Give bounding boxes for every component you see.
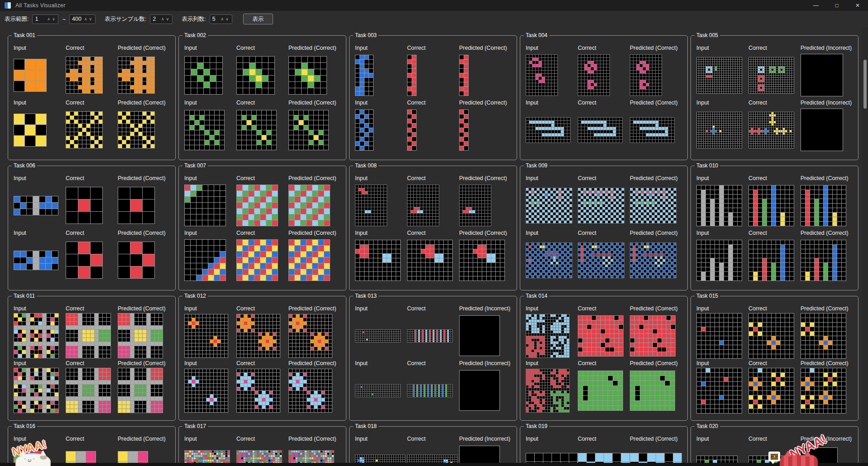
grid-label: Correct bbox=[748, 45, 801, 52]
spin-up-icon[interactable]: ∧ bbox=[160, 17, 165, 21]
spin-up-icon[interactable]: ∧ bbox=[46, 17, 51, 21]
sample-row: InputCorrectPredicted (Correct) bbox=[526, 100, 685, 152]
grid-label: Predicted (Incorrect) bbox=[801, 100, 853, 107]
minimize-button[interactable]: — bbox=[806, 0, 826, 11]
grid-wrap bbox=[288, 183, 340, 228]
task-grid bbox=[66, 187, 103, 224]
scrollbar-thumb[interactable] bbox=[863, 60, 867, 109]
grid-label: Predicted (Correct) bbox=[801, 305, 853, 313]
task-grid bbox=[630, 188, 676, 223]
task-grid bbox=[748, 313, 794, 359]
samples-input[interactable]: 2 ∧ ∨ bbox=[150, 14, 173, 24]
task-grid bbox=[696, 112, 742, 148]
grid-wrap bbox=[459, 238, 511, 283]
columns-input[interactable]: 5 ∧ ∨ bbox=[210, 14, 232, 24]
task-grid bbox=[288, 185, 330, 226]
grid-column: Input bbox=[14, 230, 66, 283]
grid-label: Input bbox=[355, 230, 407, 238]
grid-column: Predicted (Correct) bbox=[630, 175, 682, 228]
grid-wrap bbox=[288, 313, 340, 358]
grid-column: Input bbox=[355, 100, 407, 152]
grid-label: Correct bbox=[407, 45, 459, 52]
grid-label: Correct bbox=[407, 360, 459, 368]
task-panel: Task 007InputCorrectPredicted (Correct)I… bbox=[178, 166, 346, 290]
grid-column: Predicted (Incorrect) bbox=[459, 360, 511, 413]
task-grid bbox=[526, 314, 570, 358]
grid-label: Predicted (Correct) bbox=[118, 305, 170, 313]
grid-label: Input bbox=[14, 175, 66, 183]
spin-up-icon[interactable]: ∧ bbox=[220, 17, 225, 21]
task-grid bbox=[459, 315, 500, 356]
grid-column: Predicted (Correct) bbox=[801, 175, 853, 228]
grid-label: Correct bbox=[66, 230, 118, 238]
spin-down-icon[interactable]: ∨ bbox=[51, 17, 56, 21]
spin-down-icon[interactable]: ∨ bbox=[225, 17, 230, 21]
task-grid bbox=[288, 369, 332, 413]
grid-column: Input bbox=[184, 100, 236, 152]
sample-row: InputCorrectPredicted (Incorrect) bbox=[696, 45, 855, 98]
close-button[interactable]: ✕ bbox=[847, 0, 868, 11]
grid-column: Input bbox=[526, 360, 578, 413]
grid-wrap bbox=[630, 52, 682, 98]
grid-label: Predicted (Correct) bbox=[801, 360, 853, 368]
task-grid bbox=[578, 243, 624, 278]
task-grid bbox=[407, 109, 417, 151]
grid-wrap bbox=[288, 107, 340, 152]
sample-row: InputCorrectPredicted (Correct) bbox=[184, 305, 343, 358]
grid-column: Input bbox=[14, 305, 66, 358]
task-grid bbox=[184, 185, 226, 226]
range-to-input[interactable]: 400 ∧ ∨ bbox=[69, 14, 96, 24]
spin-down-icon[interactable]: ∨ bbox=[165, 17, 170, 21]
sample-row: InputCorrectPredicted (Correct) bbox=[14, 175, 173, 228]
grid-column: Input bbox=[14, 175, 66, 228]
grid-wrap bbox=[748, 368, 801, 413]
grid-column: Correct bbox=[236, 436, 288, 466]
grid-wrap bbox=[578, 52, 630, 98]
task-grid bbox=[184, 56, 223, 95]
grid-wrap bbox=[526, 183, 578, 228]
grid-wrap bbox=[459, 107, 511, 152]
app-icon bbox=[4, 2, 11, 9]
task-grid bbox=[801, 313, 846, 359]
task-panel: Task 013InputCorrectPredicted (Incorrect… bbox=[349, 296, 517, 421]
sample-row: InputCorrectPredicted (Correct) bbox=[526, 175, 685, 228]
grid-label: Predicted (Correct) bbox=[288, 436, 340, 443]
task-grid bbox=[355, 329, 401, 342]
task-grid bbox=[630, 243, 676, 278]
range-from-input[interactable]: 1 ∧ ∨ bbox=[32, 14, 58, 24]
task-grid bbox=[14, 313, 59, 358]
grid-column: Predicted (Correct) bbox=[288, 305, 340, 358]
task-grid bbox=[748, 368, 794, 414]
grid-column: Correct bbox=[578, 436, 630, 466]
task-grid bbox=[118, 368, 163, 413]
spin-down-icon[interactable]: ∨ bbox=[88, 17, 93, 21]
task-grid bbox=[355, 109, 374, 151]
task-grid bbox=[118, 111, 155, 148]
grid-column: Correct bbox=[407, 436, 459, 466]
show-button[interactable]: 表示 bbox=[243, 14, 273, 24]
task-panel: Task 006InputCorrectPredicted (Correct)I… bbox=[8, 166, 176, 290]
grid-label: Correct bbox=[236, 175, 288, 183]
vertical-scrollbar[interactable] bbox=[862, 27, 868, 466]
grid-label: Correct bbox=[407, 175, 459, 183]
grid-column: Predicted (Incorrect) bbox=[459, 436, 511, 466]
grid-column: Correct bbox=[578, 100, 630, 152]
grid-label: Input bbox=[526, 100, 578, 107]
grid-column: Input bbox=[14, 100, 66, 152]
grid-label: Correct bbox=[66, 175, 118, 183]
grid-wrap bbox=[578, 183, 630, 228]
task-panel-grid: Task 001InputCorrectPredicted (Correct)I… bbox=[8, 35, 858, 466]
maximize-button[interactable]: □ bbox=[826, 0, 847, 11]
grid-wrap bbox=[236, 313, 288, 358]
range-to-value: 400 bbox=[72, 16, 83, 22]
grid-wrap bbox=[118, 183, 170, 228]
grid-label: Correct bbox=[66, 436, 118, 443]
grid-wrap bbox=[118, 107, 170, 152]
grid-column: Input bbox=[14, 45, 66, 98]
spin-up-icon[interactable]: ∧ bbox=[83, 17, 88, 21]
grid-label: Input bbox=[526, 436, 578, 443]
task-grid bbox=[526, 54, 558, 96]
task-grid bbox=[459, 109, 469, 151]
sample-row: InputCorrectPredicted (Correct) bbox=[184, 360, 343, 413]
grid-label: Correct bbox=[236, 360, 288, 368]
